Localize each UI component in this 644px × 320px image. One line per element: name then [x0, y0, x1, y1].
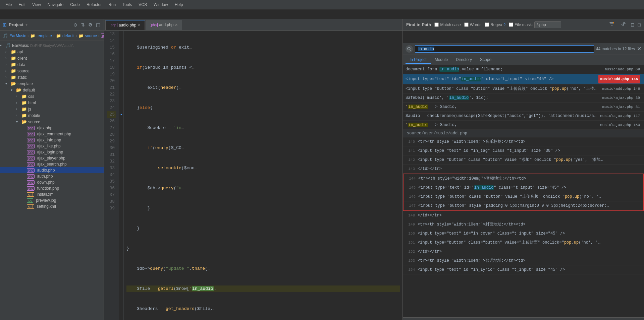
tree-audio-php[interactable]: › php audio.php: [0, 167, 104, 173]
result-code-line-150[interactable]: 150 <input type="text" id="in_cover" cla…: [403, 229, 644, 238]
tree-static[interactable]: › 📁 static: [0, 74, 104, 80]
html-folder-icon: 📁: [21, 100, 27, 105]
file-mask-input[interactable]: [534, 21, 561, 28]
tree-ajax-search[interactable]: › php ajax_search.php: [0, 161, 104, 167]
tree-ajax-player[interactable]: › php ajax_player.php: [0, 155, 104, 161]
tree-mobile[interactable]: › 📁 mobile: [0, 112, 104, 119]
result-code-line-144[interactable]: 144 <tr><th style="width:10em;">音频地址:</t…: [404, 174, 643, 183]
maximize-btn[interactable]: □: [638, 22, 641, 27]
tree-preview-jpg[interactable]: › jpg preview.jpg: [0, 197, 104, 203]
menu-code[interactable]: Code: [67, 2, 83, 8]
tree-source[interactable]: ▾ 📂 source: [0, 119, 104, 125]
project-gear-btn[interactable]: ⚙: [88, 21, 93, 28]
project-settings-btn[interactable]: ⊙: [73, 21, 78, 28]
result-code-line-151[interactable]: 151 <input type="button" class="button" …: [403, 238, 644, 247]
tree-ajax-php[interactable]: › php ajax.php: [0, 125, 104, 131]
search-icon-circle[interactable]: [406, 45, 413, 53]
result-item-3[interactable]: <input type="button" class="button" valu…: [403, 84, 644, 93]
project-expand-btn[interactable]: ◫: [95, 21, 101, 28]
result-code-line-153[interactable]: 153 <tr><th style="width:10em;">歌词地址:</t…: [403, 256, 644, 265]
result-code-line-141[interactable]: 141 <input type="text" id="in_tag" class…: [403, 146, 644, 155]
menu-tools[interactable]: Tools: [120, 2, 135, 8]
tree-ajax-login[interactable]: › php ajax_login.php: [0, 149, 104, 155]
scope-tab-module[interactable]: Module: [431, 56, 452, 64]
tree-setting-xml[interactable]: › xml setting.xml: [0, 203, 104, 209]
tree-html[interactable]: › 📁 html: [0, 100, 104, 106]
filter-icon-btn[interactable]: [608, 21, 616, 29]
result-code-line-147[interactable]: 147 <input type="button" style="padding:…: [404, 201, 643, 210]
regex-help-icon[interactable]: ?: [503, 23, 505, 27]
result-item-5[interactable]: 'in_audio' => $audio, music\ajax.php 81: [403, 103, 644, 112]
add-tab-close[interactable]: ✕: [175, 23, 178, 27]
tree-ajax-like[interactable]: › php ajax_like.php: [0, 143, 104, 149]
clear-search-btn[interactable]: ✕: [637, 46, 641, 52]
menu-help[interactable]: Help: [172, 2, 186, 8]
regex-label[interactable]: Regex: [490, 22, 502, 27]
code-editor[interactable]: 13 14 15 16 17 18 19 20 21 22 23 24 25 2…: [104, 31, 402, 320]
pin-icon-btn[interactable]: [619, 21, 627, 29]
result-code-line-149[interactable]: 149 <tr><th style="width:10em;">封面地址:</t…: [403, 220, 644, 229]
project-dropdown-icon[interactable]: ▾: [25, 22, 28, 27]
tree-api[interactable]: › 📁 api: [0, 49, 104, 55]
tree-default[interactable]: ▾ 📂 default: [0, 87, 104, 93]
tree-down-php[interactable]: › php down.php: [0, 179, 104, 185]
result-item-2[interactable]: <input type="text" id="in_audio" class="…: [403, 74, 644, 84]
result-code-line-146[interactable]: 146 <input type="button" class="button" …: [404, 192, 643, 201]
tab-add-php[interactable]: php add.php ✕: [146, 20, 182, 30]
tree-ajax-info[interactable]: › php ajax_info.php: [0, 137, 104, 143]
regex-checkbox[interactable]: [485, 22, 489, 27]
menu-vcs[interactable]: VCS: [136, 2, 150, 8]
minimize-btn[interactable]: ⊟: [631, 22, 635, 27]
project-label[interactable]: Project: [9, 22, 23, 27]
match-case-label[interactable]: Match case: [440, 22, 461, 27]
php-icon-auth: php: [27, 174, 35, 179]
tree-js[interactable]: › 📁 js: [0, 106, 104, 112]
menu-edit[interactable]: Edit: [16, 2, 28, 8]
breadcrumb-earmusic[interactable]: EarMusic: [9, 34, 26, 38]
result-item-4[interactable]: SafeDel('music', 'in_audio', $id); music…: [403, 93, 644, 103]
tree-css[interactable]: › 📁 css: [0, 93, 104, 100]
menu-file[interactable]: File: [3, 2, 14, 8]
result-code-line-148[interactable]: 148 </td></tr>: [403, 211, 644, 220]
menu-window[interactable]: Window: [151, 2, 171, 8]
project-sort-btn[interactable]: ⇅: [80, 21, 86, 28]
search-input-container[interactable]: in_audio: [415, 45, 594, 53]
audio-tab-close[interactable]: ✕: [138, 23, 141, 27]
scope-tab-directory[interactable]: Directory: [452, 56, 476, 64]
tree-template[interactable]: ▾ 📂 template: [0, 80, 104, 87]
words-checkbox[interactable]: [464, 22, 469, 27]
result-code-line-140[interactable]: 140 <tr><th style="width:10em;">音乐标签:</t…: [403, 137, 644, 146]
menu-navigate[interactable]: Navigate: [45, 2, 66, 8]
menu-view[interactable]: View: [30, 2, 44, 8]
result-code-line-143[interactable]: 143 </td></tr>: [403, 165, 644, 174]
tree-install-xml[interactable]: › xml install.xml: [0, 191, 104, 197]
breadcrumb-default[interactable]: default: [62, 34, 74, 38]
scope-tab-scope[interactable]: Scope: [476, 56, 495, 64]
tree-root[interactable]: ▾ 🎵 EarMusic D:\PHPStudy\WWW\audit\: [0, 42, 104, 49]
tree-auth-php[interactable]: › php auth.php: [0, 173, 104, 179]
menu-refactor[interactable]: Refactor: [84, 2, 104, 8]
tab-audio-php[interactable]: php audio.php ✕: [105, 20, 145, 30]
tree-function-php[interactable]: › php function.php: [0, 185, 104, 191]
code-content[interactable]: $userlogined or exit… if($erduo_in_point…: [124, 31, 402, 320]
file-mask-checkbox[interactable]: [509, 22, 513, 27]
file-mask-label[interactable]: File mask:: [515, 22, 533, 27]
result-item-1[interactable]: document.form.in_audio.value = filename;…: [403, 65, 644, 74]
scope-tab-in-project[interactable]: In Project: [406, 56, 431, 64]
result-item-7[interactable]: 'in_audio' => $audio, music\ajax.php 150: [403, 121, 644, 130]
results-list[interactable]: document.form.in_audio.value = filename;…: [403, 65, 644, 317]
breadcrumb-template[interactable]: template: [37, 34, 52, 38]
result-code-line-154[interactable]: 154 <input type="text" id="in_lyric" cla…: [403, 265, 644, 274]
menu-run[interactable]: Run: [106, 2, 118, 8]
result-item-6[interactable]: $audio = checkrename(unescape(SafeReques…: [403, 112, 644, 121]
result-code-line-152[interactable]: 152 </td></tr>: [403, 247, 644, 256]
tree-data[interactable]: › 📁 data: [0, 61, 104, 68]
result-code-line-142[interactable]: 142 <input type="button" class="button" …: [403, 155, 644, 165]
result-code-line-145[interactable]: 145 <input type="text" id="in_audio" cla…: [404, 183, 643, 192]
words-label[interactable]: Words: [470, 22, 481, 27]
tree-client[interactable]: › 📁 client: [0, 55, 104, 61]
tree-source-root[interactable]: › 📁 source: [0, 68, 104, 74]
breadcrumb-source[interactable]: source: [85, 34, 97, 38]
match-case-checkbox[interactable]: [434, 22, 439, 27]
tree-ajax-comment[interactable]: › php ajax_comment.php: [0, 131, 104, 137]
